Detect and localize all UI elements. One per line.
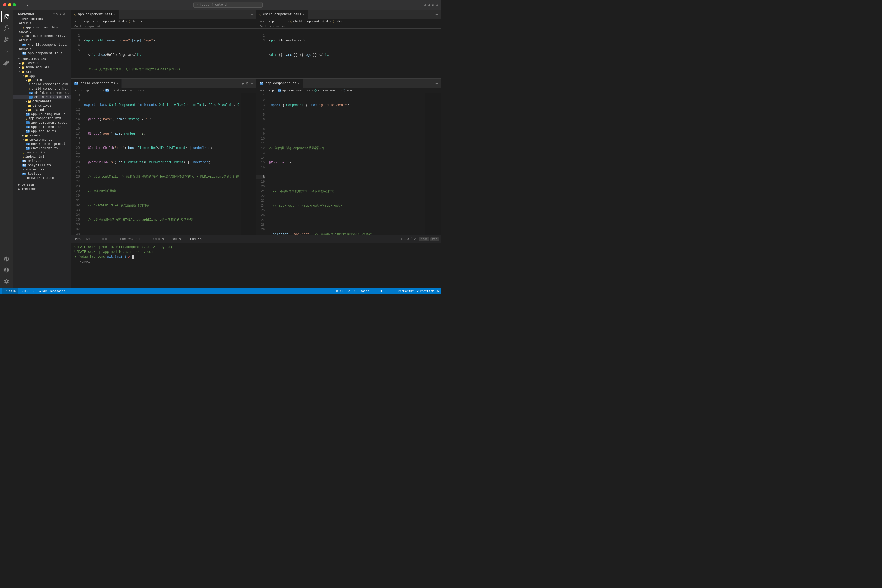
tree-vscode[interactable]: ▶📁 .vscode	[13, 61, 71, 65]
tab-app-ts[interactable]: TS app.component.ts ✕	[256, 79, 303, 88]
left-top-code-editor[interactable]: 12345 <app-child [name]="name" [age]="ag…	[71, 29, 256, 78]
more-actions-icon[interactable]: ⋯	[434, 81, 439, 86]
close-button[interactable]	[3, 3, 6, 6]
more-icon[interactable]: ⊡	[436, 3, 438, 7]
open-editor-child-ts-close[interactable]: TS ✕ child.component.ts...	[13, 42, 71, 47]
tab-close-icon[interactable]: ✕	[303, 13, 305, 16]
tree-child-ts[interactable]: TS child.component.ts	[13, 95, 71, 99]
tree-app[interactable]: ▾📁 app	[13, 74, 71, 78]
tree-environments[interactable]: ▾📁 environments	[13, 138, 71, 142]
collapse-icon[interactable]: ⊟	[63, 12, 65, 16]
layout2-icon[interactable]: ▣	[432, 3, 434, 7]
zsh-terminal-icon[interactable]: zsh	[430, 237, 439, 241]
status-language[interactable]: TypeScript	[396, 290, 414, 292]
right-top-code-editor[interactable]: 123 <p>child works!</p> <div {{ name }} …	[256, 29, 441, 78]
tab-app-html[interactable]: ◇ app.component.html ✕	[71, 10, 119, 19]
tree-browserslist[interactable]: _ .browserslistrc	[13, 176, 71, 180]
tree-app-component-ts[interactable]: TS app.component.ts	[13, 125, 71, 129]
new-file-icon[interactable]: +	[53, 12, 55, 16]
tree-shared[interactable]: ▶📁 shared	[13, 108, 71, 112]
tree-node-modules[interactable]: ▶📁 node_modules	[13, 65, 71, 70]
more-actions-icon[interactable]: ⋯	[249, 81, 254, 86]
open-editor-app-ts[interactable]: TS app.component.ts s...	[13, 51, 71, 56]
more-icon[interactable]: …	[66, 12, 68, 16]
go-to-component-left-top[interactable]: Go to component	[71, 24, 256, 29]
run-testcases-button[interactable]: ▶ Run Testcases	[39, 290, 65, 293]
status-spaces[interactable]: Spaces: 2	[359, 290, 374, 292]
tree-app-spec[interactable]: TS app.component.spec.ts	[13, 121, 71, 125]
left-bottom-code-editor[interactable]: 910111213 1415161718 1920212223 24252627…	[71, 93, 256, 235]
split-terminal-icon[interactable]: ⊟	[404, 237, 406, 242]
close-panel-icon[interactable]: ✕	[413, 237, 416, 242]
panel-tab-ports[interactable]: PORTS	[168, 235, 185, 243]
activity-source-control[interactable]	[1, 34, 12, 45]
open-editors-group[interactable]: ▾ OPEN EDITORS	[13, 17, 71, 21]
refresh-icon[interactable]: ↻	[60, 12, 62, 16]
panel-tab-output[interactable]: OUTPUT	[94, 235, 113, 243]
status-line-ending[interactable]: LF	[390, 290, 393, 292]
tree-styles[interactable]: # styles.css	[13, 168, 71, 172]
right-bottom-code-editor[interactable]: 12345 678910 1112131415 1617181920 21222…	[256, 93, 441, 235]
activity-account[interactable]	[1, 265, 12, 275]
tab-child-ts[interactable]: TS child.component.ts ✕	[71, 79, 122, 88]
status-feedback[interactable]: ⚑	[437, 290, 439, 293]
tree-child-spec[interactable]: TS child.component.spec.ts	[13, 91, 71, 95]
open-editor-child-html[interactable]: ◇ child.component.htm...	[13, 34, 71, 38]
outline-section[interactable]: ▶ OUTLINE	[13, 182, 71, 187]
tree-polyfills[interactable]: TS polyfills.ts	[13, 163, 71, 168]
tab-close-icon[interactable]: ✕	[298, 82, 299, 85]
terminal-content[interactable]: CREATE src/app/child/child.component.ts …	[71, 243, 441, 288]
layout-icon[interactable]: ⊞	[424, 3, 425, 7]
open-editor-app-html[interactable]: ◇ app.component.htm...	[13, 26, 71, 30]
tree-child-html[interactable]: ◇ child.component.html	[13, 87, 71, 91]
tree-assets[interactable]: ▶📁 assets	[13, 134, 71, 138]
tab-close-icon[interactable]: ✕	[117, 82, 118, 85]
tree-app-routing[interactable]: TS app-routing.module.ts	[13, 112, 71, 116]
nav-back-button[interactable]: ‹	[20, 2, 24, 8]
maximize-button[interactable]	[13, 3, 16, 6]
split-editor-icon[interactable]: ⋯	[249, 11, 254, 17]
new-folder-icon[interactable]: ⊕	[56, 12, 59, 16]
project-tree-root[interactable]: ▾ FUDAO-FRONTEND	[13, 57, 71, 61]
tab-close-icon[interactable]: ✕	[114, 13, 116, 16]
status-formatter[interactable]: ✓ Prettier	[417, 290, 434, 293]
minimize-button[interactable]	[8, 3, 11, 6]
run-icon[interactable]: ▶	[241, 81, 245, 86]
more-actions-icon[interactable]: ⋯	[434, 11, 439, 17]
tree-env-prod[interactable]: TS environment.prod.ts	[13, 142, 71, 146]
split-icon[interactable]: ⊟	[428, 3, 430, 7]
activity-settings[interactable]	[1, 276, 12, 286]
panel-tab-terminal[interactable]: TERMINAL	[185, 235, 207, 243]
tab-child-html[interactable]: ◇ child.component.html ✕	[256, 10, 308, 19]
panel-tab-problems[interactable]: PROBLEMS	[71, 235, 94, 243]
split-editor-icon[interactable]: ⊟	[245, 81, 249, 86]
tree-test[interactable]: TS test.ts	[13, 172, 71, 176]
tree-components[interactable]: ▶📁 components	[13, 99, 71, 104]
maximize-panel-icon[interactable]: ⌃	[410, 237, 413, 242]
tree-favicon[interactable]: ★ favicon.ico	[13, 150, 71, 155]
status-branch[interactable]: ⎇ main	[2, 288, 18, 294]
search-input-wrap[interactable]: ⌕ fudao-frontend	[193, 2, 263, 8]
tree-index-html[interactable]: ◇ index.html	[13, 155, 71, 159]
timeline-section[interactable]: ▶ TIMELINE	[13, 187, 71, 191]
tree-main[interactable]: TS main.ts	[13, 159, 71, 163]
panel-tab-comments[interactable]: COMMENTS	[145, 235, 168, 243]
tree-env[interactable]: TS environment.ts	[13, 146, 71, 150]
tree-app-component-html[interactable]: ◇ app.component.html	[13, 116, 71, 121]
tree-directives[interactable]: ▶📁 directives	[13, 104, 71, 108]
panel-tab-debug[interactable]: DEBUG CONSOLE	[113, 235, 145, 243]
nav-forward-button[interactable]: ›	[26, 2, 29, 8]
activity-remote[interactable]	[1, 254, 12, 264]
activity-run[interactable]	[1, 46, 12, 57]
tree-child-css[interactable]: # child.component.css	[13, 82, 71, 87]
activity-explorer[interactable]	[1, 11, 12, 22]
tree-src[interactable]: ▾📁 src	[13, 70, 71, 74]
add-terminal-icon[interactable]: +	[401, 237, 403, 242]
tree-child[interactable]: ▾📁 child	[13, 78, 71, 82]
kill-terminal-icon[interactable]: ∧	[407, 237, 409, 242]
status-position[interactable]: Ln 40, Col 1	[334, 290, 355, 292]
go-to-component-right-top[interactable]: Go to component	[256, 24, 441, 29]
status-errors[interactable]: ✕ 0 ⚠ 0 ℹ 0	[21, 290, 36, 293]
node-terminal-icon[interactable]: node	[419, 237, 429, 241]
tree-app-module[interactable]: TS app.module.ts	[13, 129, 71, 134]
